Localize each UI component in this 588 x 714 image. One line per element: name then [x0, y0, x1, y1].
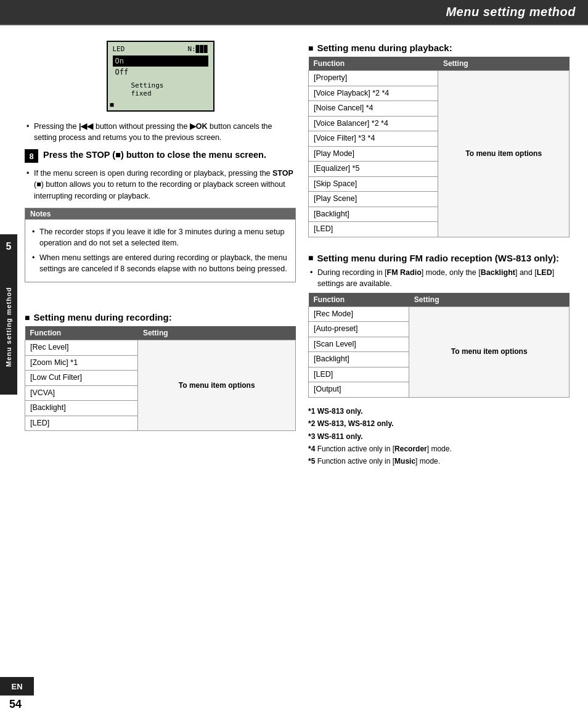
lcd-indented2: fixed [131, 89, 208, 97]
header-rule [0, 24, 588, 25]
notes-box: Notes The recorder stops if you leave it… [25, 208, 296, 283]
step-8-heading: 8 Press the STOP (■) button to close the… [25, 149, 296, 163]
playback-col-function: Function [309, 57, 438, 71]
lcd-label: LED [113, 45, 125, 53]
lcd-battery: N:▉▉▉ [187, 45, 208, 53]
footnote-4: *4 Function active only in [Recorder] mo… [308, 443, 570, 455]
footnote-2: *2 WS-813, WS-812 only. [308, 417, 570, 430]
fm-row-3: [Scan Level] [309, 337, 409, 352]
table-row: [Rec Level] To menu item options [25, 340, 296, 356]
playback-row-2: [Voice Playback] *2 *4 [309, 86, 438, 101]
header-title-text: Menu setting method [446, 5, 576, 18]
recording-row-5: [Backlight] [25, 401, 138, 416]
recording-section-heading: Setting menu during recording: [25, 312, 296, 322]
page-title: Menu setting method [0, 0, 588, 24]
side-number: 5 [0, 234, 17, 259]
left-column: LED N:▉▉▉ On Off Settings fixed ■ Pressi… [25, 38, 296, 468]
footnote-3: *3 WS-811 only. [308, 430, 570, 443]
playback-row-8: [Skip Space] [309, 176, 438, 192]
language-badge: EN [0, 677, 34, 696]
playback-row-5: [Voice Filter] *3 *4 [309, 131, 438, 147]
fm-table: Function Setting [Rec Mode] To menu item… [308, 293, 570, 398]
main-content: LED N:▉▉▉ On Off Settings fixed ■ Pressi… [0, 31, 588, 474]
page-number: 54 [9, 698, 22, 711]
recording-row-6: [LED] [25, 416, 138, 431]
notes-content: The recorder stops if you leave it idle … [25, 220, 295, 282]
table-row: [Rec Mode] To menu item options [309, 306, 570, 322]
lcd-screen: LED N:▉▉▉ On Off Settings fixed ■ [107, 41, 214, 112]
playback-row-6: [Play Mode] [309, 146, 438, 162]
playback-row-3: [Noise Cancel] *4 [309, 101, 438, 117]
playback-row-10: [Backlight] [309, 207, 438, 222]
note-1: The recorder stops if you leave it idle … [30, 226, 290, 248]
footnotes: *1 WS-813 only. *2 WS-813, WS-812 only. … [308, 405, 570, 468]
fm-setting-cell: To menu item options [409, 306, 570, 397]
recording-row-2: [Zoom Mic] *1 [25, 355, 138, 371]
playback-table: Function Setting [Property] To menu item… [308, 57, 570, 237]
fm-intro-bullet-1: During recording in [FM Radio] mode, onl… [308, 267, 570, 289]
playback-row-7: [Equalizer] *5 [309, 162, 438, 177]
footnote-5: *5 Function active only in [Music] mode. [308, 455, 570, 467]
intro-bullets: Pressing the |◀◀ button without pressing… [25, 121, 296, 143]
step-number: 8 [25, 149, 38, 163]
fm-intro-bullets: During recording in [FM Radio] mode, onl… [308, 267, 570, 289]
table-row: [Property] To menu item options [309, 71, 570, 86]
step8-bullet-1: If the menu screen is open during record… [25, 168, 296, 201]
step8-bullets: If the menu screen is open during record… [25, 168, 296, 201]
playback-col-setting: Setting [438, 57, 570, 71]
lcd-bottom-icon: ■ [110, 101, 114, 108]
intro-bullet-1: Pressing the |◀◀ button without pressing… [25, 121, 296, 143]
recording-table: Function Setting [Rec Level] To menu ite… [25, 326, 296, 431]
fm-col-setting: Setting [409, 293, 570, 307]
playback-setting-cell: To menu item options [438, 71, 570, 237]
fm-col-function: Function [309, 293, 409, 307]
fm-row-4: [Backlight] [309, 352, 409, 367]
fm-row-5: [LED] [309, 367, 409, 382]
recording-col-function: Function [25, 326, 138, 340]
recording-col-setting: Setting [138, 326, 296, 340]
fm-row-1: [Rec Mode] [309, 306, 409, 322]
recording-row-1: [Rec Level] [25, 340, 138, 356]
step-8-text: Press the STOP (■) button to close the m… [43, 149, 266, 161]
lcd-indented1: Settings [131, 81, 208, 89]
recording-row-4: [VCVA] [25, 385, 138, 401]
lcd-item-off: Off [113, 67, 208, 78]
notes-list: The recorder stops if you leave it idle … [30, 226, 290, 275]
playback-row-4: [Voice Balancer] *2 *4 [309, 116, 438, 131]
fm-row-6: [Output] [309, 382, 409, 398]
fm-row-2: [Auto-preset] [309, 322, 409, 337]
recording-setting-cell: To menu item options [138, 340, 296, 431]
recording-row-3: [Low Cut Filter] [25, 371, 138, 386]
playback-row-1: [Property] [309, 71, 438, 86]
playback-row-11: [LED] [309, 222, 438, 237]
side-tab-label: Menu setting method [0, 259, 17, 395]
notes-header: Notes [25, 208, 295, 220]
footnote-1: *1 WS-813 only. [308, 405, 570, 417]
lcd-item-on: On [113, 55, 208, 67]
fm-section-heading: Setting menu during FM radio reception (… [308, 253, 570, 263]
playback-row-9: [Play Scene] [309, 192, 438, 207]
note-2: When menu settings are entered during re… [30, 252, 290, 274]
playback-section-heading: Setting menu during playback: [308, 43, 570, 53]
right-column: Setting menu during playback: Function S… [308, 38, 570, 468]
